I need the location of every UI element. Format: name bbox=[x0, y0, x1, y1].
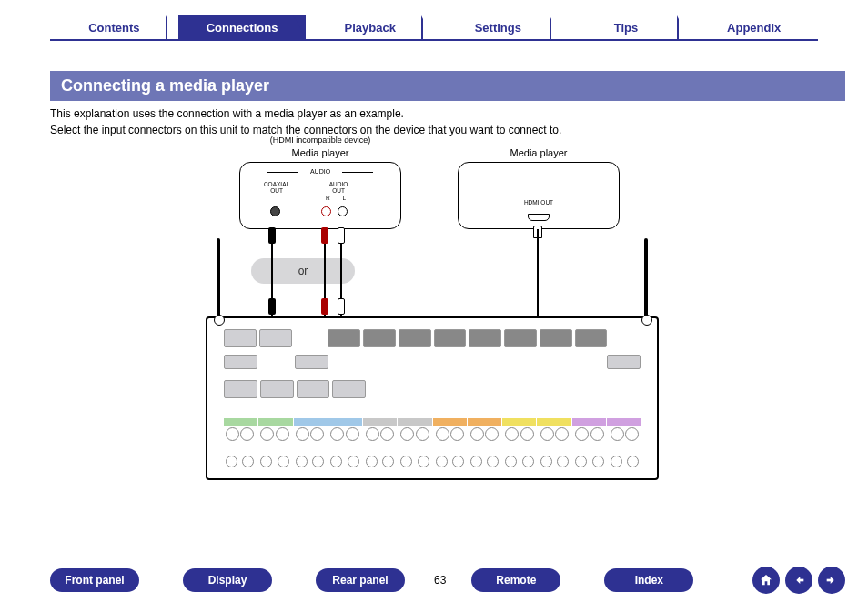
audio-l-plug-top-icon bbox=[338, 227, 345, 244]
tab-appendix[interactable]: Appendix bbox=[690, 15, 818, 39]
audio-out-label: AUDIO OUT bbox=[322, 181, 355, 194]
home-icon bbox=[759, 573, 773, 587]
audio-r-plug-top-icon bbox=[321, 227, 328, 244]
front-panel-button[interactable]: Front panel bbox=[50, 568, 139, 592]
audio-l-plug-bot-icon bbox=[338, 298, 345, 315]
tab-playback[interactable]: Playback bbox=[306, 15, 434, 39]
tab-settings[interactable]: Settings bbox=[434, 15, 562, 39]
home-button[interactable] bbox=[752, 567, 780, 594]
antenna-right-icon bbox=[644, 238, 648, 320]
receiver-row-hdmi bbox=[224, 329, 641, 347]
antenna-left-icon bbox=[217, 238, 220, 320]
audio-r-plug-bot-icon bbox=[321, 298, 328, 315]
receiver-rear-panel bbox=[206, 316, 659, 480]
or-label: or bbox=[251, 258, 355, 284]
top-tabs: Contents Connections Playback Settings T… bbox=[50, 15, 818, 41]
hdmi-cable-icon bbox=[537, 229, 539, 327]
intro-text: This explanation uses the connection wit… bbox=[50, 105, 818, 138]
rl-label: R L bbox=[322, 195, 355, 201]
receiver-row-analog bbox=[224, 380, 641, 398]
hdmi-out-label: HDMI OUT bbox=[522, 199, 555, 206]
receiver-row-mid bbox=[224, 355, 641, 369]
coax-plug-top-icon bbox=[268, 227, 276, 244]
media-player-label-right: Media player bbox=[459, 147, 619, 158]
hdmi-incompatible-label: (HDMI incompatible device) bbox=[240, 135, 400, 145]
svg-rect-1 bbox=[827, 579, 832, 582]
tab-contents[interactable]: Contents bbox=[50, 15, 178, 39]
receiver-speaker-terminals bbox=[224, 427, 641, 467]
audio-r-jack-icon bbox=[321, 206, 331, 216]
intro-line1: This explanation uses the connection wit… bbox=[50, 105, 818, 122]
coaxial-out-label: COAXIAL OUT bbox=[260, 181, 293, 194]
tab-connections[interactable]: Connections bbox=[178, 15, 307, 39]
bottom-nav: Front panel Display Rear panel 63 Remote… bbox=[50, 567, 845, 594]
next-page-button[interactable] bbox=[818, 567, 845, 594]
index-button[interactable]: Index bbox=[604, 568, 693, 592]
arrow-left-icon bbox=[792, 573, 806, 587]
connection-diagram: (HDMI incompatible device) Media player … bbox=[0, 142, 868, 515]
audio-l-jack-icon bbox=[338, 206, 348, 216]
tab-tips[interactable]: Tips bbox=[562, 15, 691, 39]
coaxial-jack-icon bbox=[270, 206, 280, 216]
prev-page-button[interactable] bbox=[785, 567, 812, 594]
media-player-box-analog: (HDMI incompatible device) Media player … bbox=[239, 162, 401, 229]
audio-header: AUDIO bbox=[267, 168, 373, 175]
display-button[interactable]: Display bbox=[183, 568, 272, 592]
page-title: Connecting a media player bbox=[50, 71, 845, 101]
rear-panel-button[interactable]: Rear panel bbox=[316, 568, 405, 592]
intro-line2: Select the input connectors on this unit… bbox=[50, 122, 818, 138]
arrow-right-icon bbox=[824, 573, 839, 587]
media-player-box-hdmi: Media player HDMI OUT bbox=[458, 162, 620, 229]
hdmi-port-icon bbox=[528, 214, 550, 221]
coax-plug-bot-icon bbox=[268, 298, 276, 315]
media-player-label-left: Media player bbox=[240, 147, 400, 158]
remote-button[interactable]: Remote bbox=[471, 568, 560, 592]
speaker-color-strip bbox=[224, 418, 641, 426]
page-number: 63 bbox=[434, 574, 446, 587]
svg-rect-0 bbox=[800, 579, 804, 582]
